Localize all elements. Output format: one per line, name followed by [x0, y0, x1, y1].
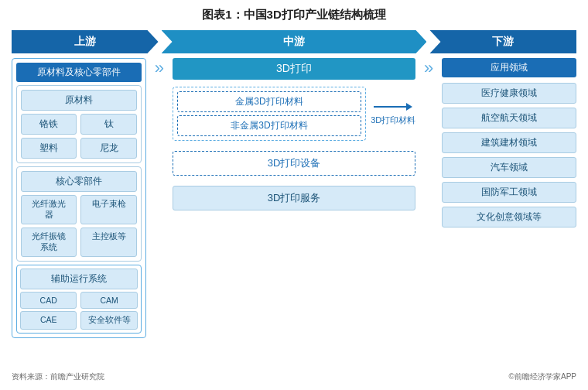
mid-materials-group: 金属3D打印材料 非金属3D打印材料	[173, 87, 366, 141]
right-header: 应用领域	[442, 58, 576, 77]
aux-security: 安全软件等	[80, 311, 137, 330]
mid-metal-material: 金属3D打印材料	[177, 91, 361, 112]
banner-upstream: 上游	[12, 30, 159, 53]
raw-header: 原材料	[21, 90, 137, 111]
core-components-group: 核心零部件 光纤激光器 电子束枪 光纤振镜系统 主控板等	[16, 166, 142, 262]
mid-service: 3D打印服务	[173, 186, 415, 210]
aux-row-1: CAD CAM	[20, 292, 138, 309]
mid-header: 3D打印	[173, 58, 415, 80]
chart-title: 图表1：中国3D打印产业链结构梳理	[12, 8, 576, 22]
right-item-4: 国防军工领域	[442, 182, 576, 203]
left-mid-connector: »	[151, 58, 168, 78]
raw-item-chrome: 铬铁	[21, 114, 77, 135]
raw-item-titanium: 钛	[80, 114, 136, 135]
right-column: 应用领域 医疗健康领域 航空航天领域 建筑建材领域 汽车领域 国防军工领域 文化…	[442, 58, 576, 228]
mid-right-connector: »	[420, 58, 437, 78]
core-item-board: 主控板等	[80, 228, 136, 257]
mid-device-section: 3D打印设备	[173, 151, 415, 176]
mid-nonmetal-material: 非金属3D打印材料	[177, 115, 361, 136]
core-row-1: 光纤激光器 电子束枪	[21, 195, 137, 224]
banner-row: 上游 中游 下游	[12, 30, 576, 53]
aux-system-group: 辅助运行系统 CAD CAM CAE 安全软件等	[16, 265, 142, 334]
core-item-ebeam: 电子束枪	[80, 195, 136, 224]
core-header: 核心零部件	[21, 171, 137, 192]
core-item-galvo: 光纤振镜系统	[21, 228, 77, 257]
raw-item-plastic: 塑料	[21, 138, 77, 159]
banner-downstream: 下游	[429, 30, 576, 53]
banner-midstream: 中游	[162, 30, 427, 53]
raw-item-nylon: 尼龙	[80, 138, 136, 159]
double-chevron-right-icon: »	[155, 58, 164, 78]
aux-cae: CAE	[20, 311, 77, 330]
source-label: 资料来源：前瞻产业研究院	[12, 371, 104, 382]
material-arrow-label: 3D打印材料	[371, 101, 415, 126]
left-section-group: 原材料及核心零部件 原材料 铬铁 钛 塑料 尼龙 核心零部件	[12, 58, 146, 338]
core-item-laser: 光纤激光器	[21, 195, 77, 224]
core-row-2: 光纤振镜系统 主控板等	[21, 228, 137, 257]
right-item-2: 建筑建材领域	[442, 132, 576, 153]
left-header: 原材料及核心零部件	[16, 63, 142, 82]
mid-device: 3D打印设备	[173, 151, 415, 176]
left-column: 原材料及核心零部件 原材料 铬铁 钛 塑料 尼龙 核心零部件	[12, 58, 146, 338]
material-label: 3D打印材料	[371, 115, 415, 126]
right-item-1: 航空航天领域	[442, 108, 576, 128]
mid-materials-row: 金属3D打印材料 非金属3D打印材料 3D打印材料	[173, 87, 415, 141]
raw-row-2: 塑料 尼龙	[21, 138, 137, 159]
right-item-3: 汽车领域	[442, 157, 576, 178]
brand-label: ©前瞻经济学家APP	[509, 371, 576, 382]
right-item-5: 文化创意领域等	[442, 207, 576, 228]
raw-row-1: 铬铁 钛	[21, 114, 137, 135]
mid-column: 3D打印 金属3D打印材料 非金属3D打印材料 3D打印材料 3D打印设备	[173, 58, 415, 210]
double-chevron-right-icon-2: »	[424, 58, 433, 78]
aux-cam: CAM	[80, 292, 137, 309]
aux-header: 辅助运行系统	[20, 269, 138, 289]
footer: 资料来源：前瞻产业研究院 ©前瞻经济学家APP	[12, 371, 576, 382]
content-area: 原材料及核心零部件 原材料 铬铁 钛 塑料 尼龙 核心零部件	[12, 58, 576, 367]
aux-cad: CAD	[20, 292, 77, 309]
aux-row-2: CAE 安全软件等	[20, 311, 138, 330]
material-arrow-icon	[374, 101, 412, 112]
raw-materials-group: 原材料 铬铁 钛 塑料 尼龙	[16, 85, 142, 163]
mid-service-section: 3D打印服务	[173, 186, 415, 210]
right-item-0: 医疗健康领域	[442, 83, 576, 104]
